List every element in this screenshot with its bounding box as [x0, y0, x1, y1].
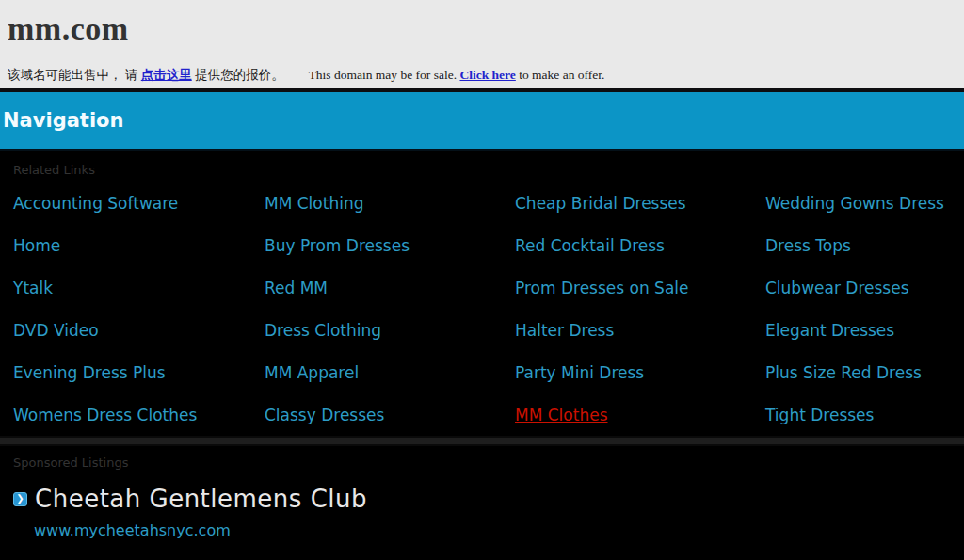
domain-title: mm.com — [8, 11, 129, 47]
link-cell: MM Clothing — [265, 182, 515, 224]
related-link[interactable]: Wedding Gowns Dress — [765, 194, 944, 213]
related-link[interactable]: Party Mini Dress — [515, 363, 644, 382]
listing-title[interactable]: Cheetah Gentlemens Club — [35, 485, 367, 513]
domain-header: mm.com 该域名可能出售中， 请 点击这里 提供您的报价。This doma… — [0, 0, 964, 92]
related-link[interactable]: Plus Size Red Dress — [765, 363, 922, 382]
sale-notice-en-suffix: to make an offer. — [516, 68, 605, 82]
related-link[interactable]: Classy Dresses — [265, 406, 384, 424]
related-link[interactable]: Red Cocktail Dress — [515, 236, 665, 255]
sale-notice-cn: 该域名可能出售中， 请 点击这里 提供您的报价。 — [8, 68, 284, 82]
sponsored-listing[interactable]: ❯ Cheetah Gentlemens Club www.mycheetahs… — [13, 485, 964, 539]
link-cell: Tight Dresses — [765, 393, 964, 436]
link-cell: Buy Prom Dresses — [265, 224, 515, 266]
sponsored-listings-heading: Sponsored Listings — [13, 456, 964, 471]
link-cell: Ytalk — [13, 266, 265, 309]
related-links-section: Related Links Accounting Software Home Y… — [0, 151, 964, 436]
link-cell: Evening Dress Plus — [13, 351, 265, 393]
links-column-1: Accounting Software Home Ytalk DVD Video… — [13, 182, 265, 436]
related-link-highlighted[interactable]: MM Clothes — [515, 406, 608, 424]
section-divider — [0, 436, 964, 446]
links-column-3: Cheap Bridal Dresses Red Cocktail Dress … — [515, 182, 765, 436]
links-grid: Accounting Software Home Ytalk DVD Video… — [13, 182, 964, 436]
link-cell: Classy Dresses — [265, 393, 515, 436]
links-column-4: Wedding Gowns Dress Dress Tops Clubwear … — [765, 182, 964, 436]
sale-notice: 该域名可能出售中， 请 点击这里 提供您的报价。This domain may … — [8, 67, 604, 84]
link-cell: MM Clothes — [515, 393, 765, 436]
listing-title-row: ❯ Cheetah Gentlemens Club — [13, 485, 964, 513]
related-link[interactable]: MM Apparel — [265, 363, 359, 382]
sale-notice-en: This domain may be for sale. Click here … — [309, 68, 605, 82]
related-link[interactable]: Ytalk — [13, 279, 53, 297]
navigation-bar: Navigation — [0, 92, 964, 151]
related-link[interactable]: MM Clothing — [265, 194, 363, 213]
link-cell: Home — [13, 224, 265, 266]
related-link[interactable]: Evening Dress Plus — [13, 363, 166, 382]
link-cell: MM Apparel — [265, 351, 515, 393]
sale-notice-en-link[interactable]: Click here — [459, 68, 515, 82]
related-link[interactable]: Buy Prom Dresses — [265, 236, 410, 255]
sponsored-listings-section: Sponsored Listings ❯ Cheetah Gentlemens … — [0, 446, 964, 539]
related-link[interactable]: Cheap Bridal Dresses — [515, 194, 686, 213]
link-cell: Clubwear Dresses — [765, 266, 964, 309]
link-cell: Plus Size Red Dress — [765, 351, 964, 393]
sale-notice-cn-link[interactable]: 点击这里 — [141, 68, 192, 82]
link-cell: Dress Tops — [765, 224, 964, 266]
link-cell: Party Mini Dress — [515, 351, 765, 393]
listing-url[interactable]: www.mycheetahsnyc.com — [34, 521, 964, 539]
related-link[interactable]: DVD Video — [13, 321, 99, 340]
link-cell: Wedding Gowns Dress — [765, 182, 964, 224]
links-column-2: MM Clothing Buy Prom Dresses Red MM Dres… — [265, 182, 515, 436]
link-cell: Accounting Software — [13, 182, 265, 224]
link-cell: Red Cocktail Dress — [515, 224, 765, 266]
sale-notice-cn-suffix: 提供您的报价。 — [192, 68, 284, 82]
link-cell: Elegant Dresses — [765, 309, 964, 351]
related-link[interactable]: Womens Dress Clothes — [13, 406, 197, 424]
link-cell: Womens Dress Clothes — [13, 393, 265, 436]
link-cell: Halter Dress — [515, 309, 765, 351]
related-links-heading: Related Links — [13, 163, 964, 178]
sale-notice-cn-prefix: 该域名可能出售中， 请 — [8, 68, 141, 82]
related-link[interactable]: Prom Dresses on Sale — [515, 279, 689, 297]
related-link[interactable]: Clubwear Dresses — [765, 279, 909, 297]
related-link[interactable]: Halter Dress — [515, 321, 614, 340]
link-cell: Dress Clothing — [265, 309, 515, 351]
related-link[interactable]: Elegant Dresses — [765, 321, 894, 340]
related-link[interactable]: Tight Dresses — [765, 406, 874, 424]
sale-notice-en-prefix: This domain may be for sale. — [309, 68, 460, 82]
link-cell: Prom Dresses on Sale — [515, 266, 765, 309]
chevron-right-icon: ❯ — [13, 492, 27, 506]
related-link[interactable]: Home — [13, 236, 60, 255]
related-link[interactable]: Dress Tops — [765, 236, 851, 255]
link-cell: Cheap Bridal Dresses — [515, 182, 765, 224]
link-cell: DVD Video — [13, 309, 265, 351]
link-cell: Red MM — [265, 266, 515, 309]
related-link[interactable]: Red MM — [265, 279, 328, 297]
related-link[interactable]: Dress Clothing — [265, 321, 381, 340]
navigation-title: Navigation — [0, 109, 123, 132]
related-link[interactable]: Accounting Software — [13, 194, 178, 213]
